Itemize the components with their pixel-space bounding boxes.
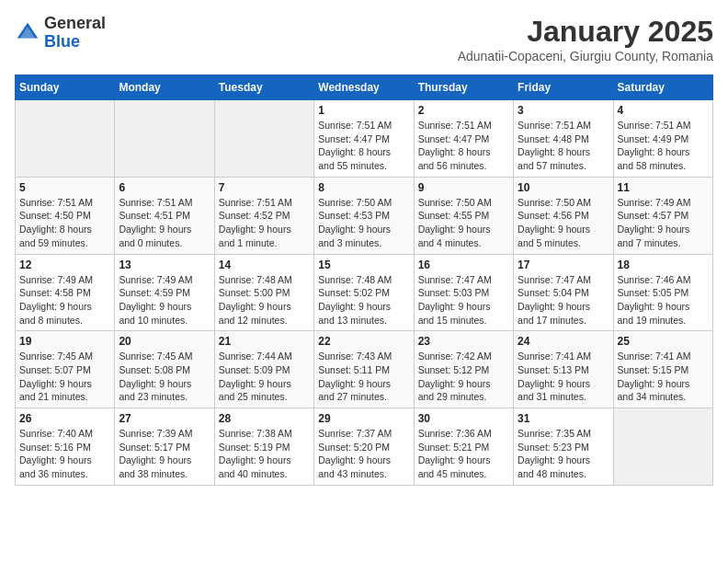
calendar-week-2: 5Sunrise: 7:51 AM Sunset: 4:50 PM Daylig…	[16, 177, 713, 254]
day-info: Sunrise: 7:51 AM Sunset: 4:47 PM Dayligh…	[318, 119, 409, 173]
calendar-cell: 24Sunrise: 7:41 AM Sunset: 5:13 PM Dayli…	[514, 331, 613, 408]
calendar-title: January 2025	[458, 15, 713, 49]
calendar-cell: 30Sunrise: 7:36 AM Sunset: 5:21 PM Dayli…	[414, 408, 513, 486]
calendar-cell: 19Sunrise: 7:45 AM Sunset: 5:07 PM Dayli…	[16, 331, 115, 408]
calendar-cell: 20Sunrise: 7:45 AM Sunset: 5:08 PM Dayli…	[115, 331, 214, 408]
day-number: 2	[418, 104, 509, 117]
day-info: Sunrise: 7:49 AM Sunset: 4:57 PM Dayligh…	[618, 196, 709, 250]
day-number: 4	[618, 104, 709, 117]
day-number: 30	[418, 412, 509, 425]
day-number: 17	[518, 259, 609, 271]
calendar-cell: 21Sunrise: 7:44 AM Sunset: 5:09 PM Dayli…	[214, 331, 313, 408]
column-header-monday: Monday	[115, 75, 214, 100]
day-info: Sunrise: 7:46 AM Sunset: 5:05 PM Dayligh…	[618, 273, 709, 327]
day-info: Sunrise: 7:45 AM Sunset: 5:08 PM Dayligh…	[119, 350, 210, 404]
logo: General Blue	[15, 15, 106, 52]
day-info: Sunrise: 7:48 AM Sunset: 5:02 PM Dayligh…	[318, 273, 409, 327]
calendar-cell: 22Sunrise: 7:43 AM Sunset: 5:11 PM Dayli…	[314, 331, 414, 408]
day-number: 21	[219, 335, 310, 348]
day-number: 10	[518, 181, 609, 194]
day-info: Sunrise: 7:49 AM Sunset: 4:58 PM Dayligh…	[19, 273, 110, 327]
calendar-cell: 29Sunrise: 7:37 AM Sunset: 5:20 PM Dayli…	[314, 408, 414, 486]
day-number: 19	[19, 335, 110, 348]
day-number: 25	[618, 335, 709, 348]
calendar-cell: 26Sunrise: 7:40 AM Sunset: 5:16 PM Dayli…	[16, 408, 115, 486]
calendar-cell: 2Sunrise: 7:51 AM Sunset: 4:47 PM Daylig…	[414, 100, 513, 178]
calendar-table: SundayMondayTuesdayWednesdayThursdayFrid…	[15, 75, 713, 486]
day-info: Sunrise: 7:40 AM Sunset: 5:16 PM Dayligh…	[19, 427, 110, 481]
day-info: Sunrise: 7:39 AM Sunset: 5:17 PM Dayligh…	[119, 427, 210, 481]
calendar-cell: 14Sunrise: 7:48 AM Sunset: 5:00 PM Dayli…	[214, 254, 313, 331]
day-number: 18	[618, 259, 709, 271]
day-info: Sunrise: 7:51 AM Sunset: 4:48 PM Dayligh…	[518, 119, 609, 173]
day-number: 20	[119, 335, 210, 348]
column-header-saturday: Saturday	[613, 75, 712, 100]
day-number: 6	[119, 181, 210, 194]
column-header-tuesday: Tuesday	[214, 75, 313, 100]
day-info: Sunrise: 7:50 AM Sunset: 4:56 PM Dayligh…	[518, 196, 609, 250]
calendar-cell: 28Sunrise: 7:38 AM Sunset: 5:19 PM Dayli…	[214, 408, 313, 486]
calendar-week-1: 1Sunrise: 7:51 AM Sunset: 4:47 PM Daylig…	[16, 100, 713, 178]
day-info: Sunrise: 7:47 AM Sunset: 5:03 PM Dayligh…	[418, 273, 509, 327]
day-number: 11	[618, 181, 709, 194]
calendar-cell: 27Sunrise: 7:39 AM Sunset: 5:17 PM Dayli…	[115, 408, 214, 486]
calendar-cell: 15Sunrise: 7:48 AM Sunset: 5:02 PM Dayli…	[314, 254, 414, 331]
day-number: 9	[418, 181, 509, 194]
calendar-cell: 6Sunrise: 7:51 AM Sunset: 4:51 PM Daylig…	[115, 177, 214, 254]
logo-icon	[15, 20, 40, 46]
day-info: Sunrise: 7:51 AM Sunset: 4:50 PM Dayligh…	[19, 196, 110, 250]
day-number: 8	[318, 181, 409, 194]
day-info: Sunrise: 7:44 AM Sunset: 5:09 PM Dayligh…	[219, 350, 310, 404]
day-info: Sunrise: 7:43 AM Sunset: 5:11 PM Dayligh…	[318, 350, 409, 404]
day-info: Sunrise: 7:41 AM Sunset: 5:13 PM Dayligh…	[518, 350, 609, 404]
column-header-wednesday: Wednesday	[314, 75, 414, 100]
calendar-cell: 16Sunrise: 7:47 AM Sunset: 5:03 PM Dayli…	[414, 254, 513, 331]
day-number: 23	[418, 335, 509, 348]
day-number: 1	[318, 104, 409, 117]
calendar-cell: 4Sunrise: 7:51 AM Sunset: 4:49 PM Daylig…	[613, 100, 712, 178]
column-header-thursday: Thursday	[414, 75, 513, 100]
calendar-cell: 25Sunrise: 7:41 AM Sunset: 5:15 PM Dayli…	[613, 331, 712, 408]
calendar-cell: 10Sunrise: 7:50 AM Sunset: 4:56 PM Dayli…	[514, 177, 613, 254]
calendar-cell: 1Sunrise: 7:51 AM Sunset: 4:47 PM Daylig…	[314, 100, 414, 178]
day-info: Sunrise: 7:42 AM Sunset: 5:12 PM Dayligh…	[418, 350, 509, 404]
day-info: Sunrise: 7:41 AM Sunset: 5:15 PM Dayligh…	[618, 350, 709, 404]
calendar-cell: 5Sunrise: 7:51 AM Sunset: 4:50 PM Daylig…	[16, 177, 115, 254]
calendar-cell: 11Sunrise: 7:49 AM Sunset: 4:57 PM Dayli…	[613, 177, 712, 254]
day-number: 16	[418, 259, 509, 271]
day-number: 24	[518, 335, 609, 348]
page-header: General Blue January 2025 Adunatii-Copac…	[15, 15, 713, 63]
day-info: Sunrise: 7:37 AM Sunset: 5:20 PM Dayligh…	[318, 427, 409, 481]
day-number: 28	[219, 412, 310, 425]
day-info: Sunrise: 7:49 AM Sunset: 4:59 PM Dayligh…	[119, 273, 210, 327]
column-header-friday: Friday	[514, 75, 613, 100]
day-number: 31	[518, 412, 609, 425]
day-info: Sunrise: 7:51 AM Sunset: 4:49 PM Dayligh…	[618, 119, 709, 173]
calendar-cell: 17Sunrise: 7:47 AM Sunset: 5:04 PM Dayli…	[514, 254, 613, 331]
column-header-sunday: Sunday	[16, 75, 115, 100]
day-info: Sunrise: 7:38 AM Sunset: 5:19 PM Dayligh…	[219, 427, 310, 481]
day-number: 14	[219, 259, 310, 271]
calendar-cell: 7Sunrise: 7:51 AM Sunset: 4:52 PM Daylig…	[214, 177, 313, 254]
day-number: 22	[318, 335, 409, 348]
day-info: Sunrise: 7:51 AM Sunset: 4:52 PM Dayligh…	[219, 196, 310, 250]
calendar-cell	[115, 100, 214, 178]
calendar-cell	[214, 100, 313, 178]
calendar-cell: 13Sunrise: 7:49 AM Sunset: 4:59 PM Dayli…	[115, 254, 214, 331]
day-number: 7	[219, 181, 310, 194]
calendar-cell: 9Sunrise: 7:50 AM Sunset: 4:55 PM Daylig…	[414, 177, 513, 254]
calendar-cell: 12Sunrise: 7:49 AM Sunset: 4:58 PM Dayli…	[16, 254, 115, 331]
calendar-week-3: 12Sunrise: 7:49 AM Sunset: 4:58 PM Dayli…	[16, 254, 713, 331]
calendar-cell: 8Sunrise: 7:50 AM Sunset: 4:53 PM Daylig…	[314, 177, 414, 254]
calendar-cell: 23Sunrise: 7:42 AM Sunset: 5:12 PM Dayli…	[414, 331, 513, 408]
day-number: 13	[119, 259, 210, 271]
day-number: 26	[19, 412, 110, 425]
day-number: 27	[119, 412, 210, 425]
day-info: Sunrise: 7:36 AM Sunset: 5:21 PM Dayligh…	[418, 427, 509, 481]
day-info: Sunrise: 7:50 AM Sunset: 4:55 PM Dayligh…	[418, 196, 509, 250]
day-info: Sunrise: 7:48 AM Sunset: 5:00 PM Dayligh…	[219, 273, 310, 327]
day-number: 29	[318, 412, 409, 425]
calendar-week-5: 26Sunrise: 7:40 AM Sunset: 5:16 PM Dayli…	[16, 408, 713, 486]
calendar-week-4: 19Sunrise: 7:45 AM Sunset: 5:07 PM Dayli…	[16, 331, 713, 408]
day-number: 15	[318, 259, 409, 271]
